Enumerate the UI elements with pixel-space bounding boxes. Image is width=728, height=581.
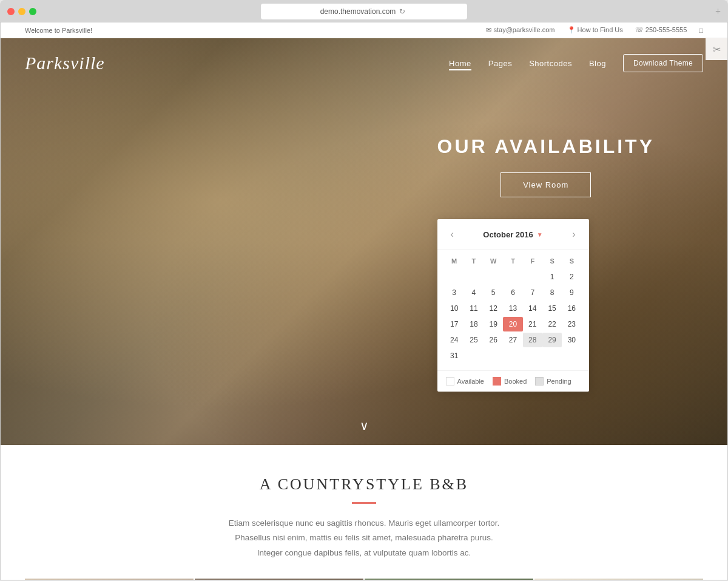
view-room-button[interactable]: View Room <box>500 172 591 197</box>
nav-item-blog[interactable]: Blog <box>589 59 606 68</box>
hero-section: Parksville Home Pages Shortcodes Blog Do… <box>1 38 727 445</box>
cal-day-6[interactable]: 6 <box>503 285 522 300</box>
pending-label: Pending <box>547 378 571 385</box>
nav-item-shortcodes[interactable]: Shortcodes <box>529 59 572 68</box>
scroll-down-arrow[interactable]: ∨ <box>360 418 369 433</box>
address-bar[interactable]: demo.themovation.com ↻ <box>261 4 467 19</box>
topbar-social[interactable]: □ <box>699 27 703 34</box>
calendar-header: ‹ October 2016 ▼ › <box>437 219 589 250</box>
cal-day-13[interactable]: 13 <box>503 301 522 316</box>
topbar-email[interactable]: ✉ stay@parksville.com <box>486 26 554 34</box>
calendar-legend: Available Booked Pending <box>437 370 589 392</box>
cal-day-29[interactable]: 29 <box>542 333 562 347</box>
thumbnail-2[interactable] <box>195 579 363 580</box>
cal-day-19[interactable]: 19 <box>484 317 503 331</box>
cal-day-25[interactable]: 25 <box>464 333 484 347</box>
calendar-days-header: M T W T F S S <box>445 255 582 267</box>
thumbnail-4[interactable] <box>534 579 703 580</box>
cal-day-empty <box>523 270 542 284</box>
cal-day-23[interactable]: 23 <box>562 317 581 331</box>
cal-day-24[interactable]: 24 <box>445 333 464 347</box>
hero-content: OUR AVAILABILITY View Room ‹ October 201… <box>437 135 655 392</box>
cal-day-31[interactable]: 31 <box>445 348 464 363</box>
cal-day-17[interactable]: 17 <box>445 317 464 331</box>
cal-day-empty <box>523 348 542 363</box>
maximize-dot[interactable] <box>29 8 36 15</box>
day-label-s2: S <box>562 255 581 267</box>
cal-day-16[interactable]: 16 <box>562 301 581 316</box>
cal-day-7[interactable]: 7 <box>523 285 542 300</box>
cal-day-8[interactable]: 8 <box>542 285 562 300</box>
site-wrapper: Welcome to Parksville! ✉ stay@parksville… <box>0 22 728 580</box>
nav-item-home[interactable]: Home <box>449 59 471 70</box>
browser-dots <box>7 8 36 15</box>
availability-title: OUR AVAILABILITY <box>437 135 655 158</box>
section-title: A COUNTRYSTYLE B&B <box>25 475 703 494</box>
cal-day-9[interactable]: 9 <box>562 285 581 300</box>
cal-day-22[interactable]: 22 <box>542 317 562 331</box>
close-dot[interactable] <box>7 8 15 15</box>
cal-day-26[interactable]: 26 <box>484 333 503 347</box>
calendar-grid: M T W T F S S 1 <box>437 250 589 370</box>
calendar-next-button[interactable]: › <box>568 228 579 241</box>
day-label-t1: T <box>464 255 484 267</box>
calendar-month-year: October 2016 ▼ <box>483 230 542 239</box>
below-section: A COUNTRYSTYLE B&B Etiam scelerisque nun… <box>1 445 727 580</box>
legend-booked: Booked <box>493 377 527 386</box>
thumbnail-1[interactable] <box>25 579 194 580</box>
nav-item-pages[interactable]: Pages <box>488 59 512 68</box>
cal-day-empty <box>503 270 522 284</box>
calendar-dropdown-arrow[interactable]: ▼ <box>537 231 543 238</box>
booked-label: Booked <box>504 378 527 385</box>
day-label-m: M <box>445 255 464 267</box>
thumbnail-row <box>25 579 703 580</box>
legend-available: Available <box>446 377 484 386</box>
day-label-w: W <box>484 255 503 267</box>
cal-day-14[interactable]: 14 <box>523 301 542 316</box>
cal-day-10[interactable]: 10 <box>445 301 464 316</box>
cal-day-2[interactable]: 2 <box>562 270 581 284</box>
topbar-phone: ☏ 250-555-5555 <box>635 26 687 34</box>
day-label-f: F <box>523 255 542 267</box>
cal-day-18[interactable]: 18 <box>464 317 484 331</box>
minimize-dot[interactable] <box>18 8 25 15</box>
calendar-prev-button[interactable]: ‹ <box>447 228 457 241</box>
cal-day-empty <box>542 348 562 363</box>
cal-day-3[interactable]: 3 <box>445 285 464 300</box>
new-tab-icon[interactable]: + <box>715 6 721 17</box>
available-label: Available <box>457 378 484 385</box>
cal-day-20[interactable]: 20 <box>503 317 522 331</box>
download-theme-button[interactable]: Download Theme <box>623 54 703 72</box>
cal-day-28[interactable]: 28 <box>523 333 542 347</box>
topbar-location[interactable]: 📍 How to Find Us <box>567 26 623 34</box>
cal-day-empty <box>464 348 484 363</box>
calendar-days: 1 2 3 4 5 6 7 8 9 10 11 12 13 <box>445 270 582 363</box>
topbar: Welcome to Parksville! ✉ stay@parksville… <box>1 22 727 38</box>
cal-day-5[interactable]: 5 <box>484 285 503 300</box>
nav-links: Home Pages Shortcodes Blog Download Them… <box>449 54 703 72</box>
browser-titlebar: demo.themovation.com ↻ + <box>0 6 728 22</box>
topbar-welcome: Welcome to Parksville! <box>25 27 92 34</box>
cal-day-empty <box>503 348 522 363</box>
cal-day-27[interactable]: 27 <box>503 333 522 347</box>
site-logo[interactable]: Parksville <box>25 53 105 73</box>
cal-day-empty <box>484 270 503 284</box>
pending-swatch <box>535 377 544 386</box>
cal-day-21[interactable]: 21 <box>523 317 542 331</box>
cal-day-30[interactable]: 30 <box>562 333 581 347</box>
cal-day-4[interactable]: 4 <box>464 285 484 300</box>
cal-day-1[interactable]: 1 <box>542 270 562 284</box>
day-label-t2: T <box>503 255 522 267</box>
day-label-s1: S <box>542 255 562 267</box>
section-description: Etiam scelerisque nunc eu sagittis rhonc… <box>206 516 522 560</box>
available-swatch <box>446 377 454 386</box>
thumbnail-3[interactable] <box>365 579 533 580</box>
booked-swatch <box>493 377 501 386</box>
navbar: Parksville Home Pages Shortcodes Blog Do… <box>1 38 727 88</box>
section-divider <box>352 502 376 504</box>
refresh-icon[interactable]: ↻ <box>399 7 408 16</box>
browser-chrome: demo.themovation.com ↻ + <box>0 0 728 22</box>
cal-day-11[interactable]: 11 <box>464 301 484 316</box>
cal-day-15[interactable]: 15 <box>542 301 562 316</box>
cal-day-12[interactable]: 12 <box>484 301 503 316</box>
